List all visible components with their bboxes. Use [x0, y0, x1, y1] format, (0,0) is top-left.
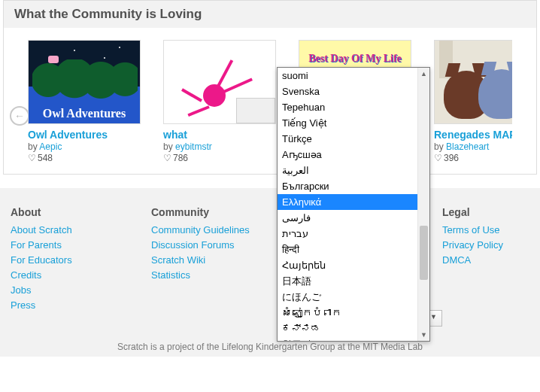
- heart-icon: ♡: [434, 153, 442, 163]
- language-option[interactable]: Аҧсшәа: [278, 147, 417, 163]
- language-listbox[interactable]: suomiSvenskaTepehuanTiếng ViệtTürkçeАҧсш…: [277, 67, 430, 342]
- project-author-line: by Blazeheart: [434, 141, 512, 152]
- language-option[interactable]: العربية: [278, 163, 417, 178]
- project-title[interactable]: Owl Adventures: [28, 129, 142, 141]
- scroll-up-icon[interactable]: ▲: [418, 68, 429, 80]
- footer-link[interactable]: Scratch Wiki: [151, 254, 283, 266]
- language-option[interactable]: suomi: [278, 68, 417, 84]
- language-option[interactable]: សំឡៀកបំពាក: [278, 305, 417, 321]
- project-thumbnail[interactable]: [163, 40, 276, 124]
- footer-link[interactable]: Credits: [11, 269, 142, 281]
- project-loves: ♡548: [28, 153, 142, 163]
- language-option[interactable]: Türkçe: [278, 131, 417, 147]
- language-option[interactable]: עברית: [278, 226, 417, 242]
- project-title[interactable]: Renegades MAP P…: [434, 129, 512, 141]
- listbox-scrollbar[interactable]: ▲ ▼: [417, 68, 429, 341]
- language-option[interactable]: Svenska: [278, 84, 417, 99]
- language-option[interactable]: にほんご: [278, 289, 417, 305]
- language-option[interactable]: 한국어: [278, 336, 417, 341]
- footer-heading: Legal: [442, 206, 529, 218]
- project-loves: ♡786: [163, 153, 278, 163]
- language-option[interactable]: 日本語: [278, 273, 417, 289]
- project-loves: ♡396: [434, 153, 512, 163]
- scroll-down-icon[interactable]: ▼: [418, 329, 429, 341]
- project-author-link[interactable]: eybitmstr: [175, 141, 212, 152]
- project-carousel: ← Owl Adventures by Aepic ♡548: [4, 28, 536, 174]
- language-option[interactable]: Ελληνικά: [278, 194, 417, 210]
- language-option[interactable]: Tepehuan: [278, 99, 417, 115]
- footer-link[interactable]: For Parents: [11, 239, 142, 251]
- section-title: What the Community is Loving: [14, 7, 526, 22]
- footer-link[interactable]: Community Guidelines: [151, 224, 283, 236]
- carousel-prev-button[interactable]: ←: [10, 106, 29, 126]
- footer-link[interactable]: Statistics: [151, 269, 283, 281]
- language-option[interactable]: فارسی: [278, 210, 417, 226]
- language-option[interactable]: Tiếng Việt: [278, 115, 417, 131]
- footer-link[interactable]: Terms of Use: [442, 224, 529, 236]
- footer-note: Scratch is a project of the Lifelong Kin…: [6, 342, 534, 352]
- footer-heading: About: [11, 206, 142, 218]
- project-author-line: by eybitmstr: [163, 141, 278, 152]
- arrow-left-icon: ←: [14, 111, 25, 121]
- project-card[interactable]: Renegades MAP P… by Blazeheart ♡396: [434, 40, 512, 163]
- footer-link[interactable]: Jobs: [11, 284, 142, 296]
- project-thumbnail[interactable]: [28, 40, 141, 124]
- language-option[interactable]: ಕನ್ನಡ: [278, 321, 417, 336]
- project-card[interactable]: Owl Adventures by Aepic ♡548: [28, 40, 142, 163]
- footer-link[interactable]: Privacy Policy: [442, 239, 529, 251]
- community-loving-section: What the Community is Loving ← Owl Adven…: [3, 0, 537, 175]
- footer-columns: About About Scratch For Parents For Educ…: [6, 206, 534, 327]
- footer-heading: Community: [151, 206, 283, 218]
- thumbnail-banner-text: Best Day Of My Life: [299, 53, 411, 65]
- footer-link[interactable]: For Educators: [11, 254, 142, 266]
- project-cards: Owl Adventures by Aepic ♡548 what by eyb…: [28, 40, 512, 163]
- project-thumbnail[interactable]: [434, 40, 512, 124]
- site-footer: About About Scratch For Parents For Educ…: [0, 188, 540, 357]
- footer-link[interactable]: DMCA: [442, 254, 529, 266]
- footer-link[interactable]: About Scratch: [11, 224, 142, 236]
- footer-link[interactable]: Discussion Forums: [151, 239, 283, 251]
- scroll-thumb[interactable]: [420, 226, 428, 280]
- language-option[interactable]: Български: [278, 178, 417, 194]
- heart-icon: ♡: [163, 153, 171, 163]
- project-author-link[interactable]: Aepic: [39, 141, 62, 152]
- footer-col-community: Community Community Guidelines Discussio…: [147, 206, 287, 327]
- language-option[interactable]: हिन्दी: [278, 242, 417, 257]
- project-title[interactable]: what: [163, 129, 278, 141]
- project-author-line: by Aepic: [28, 141, 142, 152]
- footer-col-legal: Legal Terms of Use Privacy Policy DMCA: [438, 206, 534, 327]
- project-card[interactable]: what by eybitmstr ♡786: [163, 40, 278, 163]
- section-header: What the Community is Loving: [4, 1, 536, 28]
- language-option[interactable]: Հայերեն: [278, 257, 417, 273]
- language-options: suomiSvenskaTepehuanTiếng ViệtTürkçeАҧсш…: [278, 68, 417, 341]
- footer-col-about: About About Scratch For Parents For Educ…: [6, 206, 147, 327]
- heart-icon: ♡: [28, 153, 36, 163]
- project-author-link[interactable]: Blazeheart: [446, 141, 489, 152]
- footer-link[interactable]: Press: [11, 299, 142, 311]
